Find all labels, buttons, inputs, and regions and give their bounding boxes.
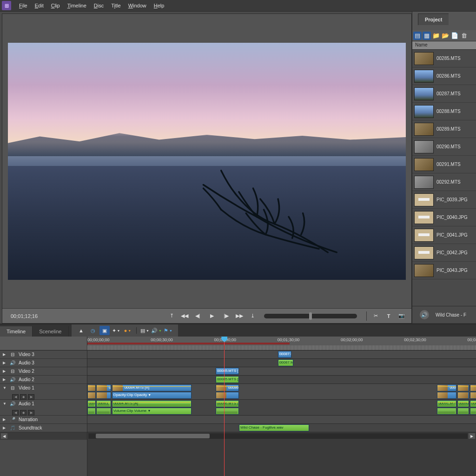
clip[interactable]: 000 (87, 384, 96, 391)
timecode-display[interactable]: 00;01;12;16 (7, 312, 41, 320)
step-forward-button[interactable]: |▶ (221, 311, 231, 321)
clip[interactable]: 00084.MTS [A] (112, 400, 192, 407)
menu-help[interactable]: Help (151, 1, 168, 10)
list-view-button[interactable]: ▤ (413, 32, 422, 40)
track-lane-audio1[interactable]: 00000083.00084.MTS [A]Volume:Clip Volume… (87, 400, 476, 416)
clip[interactable]: 00083. (96, 384, 111, 391)
track-display-tool[interactable]: ▤▼ (140, 326, 150, 335)
track-header-video1[interactable]: ▼⊟Video 1 ◀◆▶ (0, 384, 87, 400)
clip[interactable]: 00084.MTS [V] (112, 384, 192, 391)
track-lane-video2[interactable]: 00085.MTS [V (87, 367, 476, 376)
menu-file[interactable]: File (16, 1, 31, 10)
track-header-soundtrack[interactable]: ▶🎵Soundtrack (0, 424, 87, 432)
asset-row[interactable]: 00291.MTS (412, 156, 476, 173)
timeline-scrollbar[interactable]: ▶ (87, 432, 476, 440)
next-keyframe-button[interactable]: ▶ (28, 394, 34, 400)
fast-forward-button[interactable]: ▶▶ (234, 311, 245, 321)
selection-tool[interactable]: ▲ (76, 326, 86, 335)
grid-view-button[interactable]: ▦ (423, 32, 431, 40)
clip[interactable]: 00093.MTS [ ne (470, 384, 476, 391)
expand-icon[interactable]: ▶ (3, 361, 7, 365)
in-point-button[interactable]: ⤒ (166, 311, 177, 321)
add-text-button[interactable]: T (383, 311, 394, 321)
track-header-video3[interactable]: ▶⊟Video 3 (0, 350, 87, 359)
clip[interactable]: 00083. (96, 400, 111, 407)
clip[interactable]: 000 (87, 400, 96, 407)
menu-edit[interactable]: Edit (32, 1, 47, 10)
asset-row[interactable]: PIC_0040.JPG (412, 209, 476, 226)
time-stretch-tool[interactable]: ◷ (88, 326, 98, 335)
asset-row[interactable]: 00285.MTS (412, 50, 476, 67)
clip[interactable]: 00091.MTS [V (437, 384, 456, 391)
marker-tool[interactable]: ●▼ (123, 326, 133, 335)
asset-list[interactable]: 00285.MTS00286.MTS00287.MTS00288.MTS0028… (412, 50, 476, 306)
clip-lower[interactable] (96, 408, 111, 415)
asset-row[interactable]: PIC_0041.JPG (412, 226, 476, 244)
asset-row[interactable]: PIC_0042.JPG (412, 244, 476, 262)
tab-timeline[interactable]: Timeline (0, 326, 33, 337)
clip-property[interactable]: Volume:Clip Volume ▼ (112, 408, 192, 415)
asset-row-audio[interactable]: 🔊 Wild Chase - F (412, 306, 476, 324)
snap-tool[interactable]: ⚑▼ (163, 326, 173, 335)
preview-canvas[interactable] (8, 43, 406, 280)
expand-icon[interactable]: ▶ (3, 369, 7, 373)
clip-lower[interactable] (470, 408, 476, 415)
track-header-audio1[interactable]: ▼🔊Audio 1 ◀◆▶ (0, 400, 87, 416)
clip-property[interactable]: Opacity:Clip Opacity ▼ (112, 392, 192, 399)
add-keyframe-button[interactable]: ◆ (20, 410, 26, 416)
track-lane-soundtrack[interactable]: Wild Chase - Fugitive.wav (87, 424, 476, 432)
clip-lower[interactable] (437, 408, 456, 415)
expand-icon[interactable]: ▶ (3, 377, 7, 382)
delete-button[interactable]: 🗑 (460, 32, 468, 40)
project-tab[interactable]: Project (418, 13, 449, 25)
clip[interactable]: 00091.MTS [A (437, 400, 456, 407)
expand-icon[interactable]: ▶ (3, 426, 7, 430)
clip-lower[interactable] (87, 408, 96, 415)
add-keyframe-button[interactable]: ◆ (20, 394, 26, 400)
asset-row[interactable]: 00290.MTS (412, 138, 476, 156)
asset-row[interactable]: 00286.MTS (412, 67, 476, 85)
play-button[interactable]: ▶ (205, 311, 218, 321)
track-header-audio2[interactable]: ▶🔊Audio 2 (0, 376, 87, 384)
menu-timeline[interactable]: Timeline (64, 1, 90, 10)
menu-disc[interactable]: Disc (91, 1, 107, 10)
track-header-audio3[interactable]: ▶🔊Audio 3 (0, 359, 87, 367)
split-clip-button[interactable]: ✂ (370, 311, 381, 321)
prev-keyframe-button[interactable]: ◀ (12, 394, 19, 400)
jog-shuttle[interactable] (264, 314, 357, 318)
clip[interactable]: 00085.MTS [V (216, 368, 239, 375)
clip[interactable]: 00092. (457, 384, 469, 391)
out-point-button[interactable]: ⤓ (247, 311, 258, 321)
clip[interactable]: 00087.M (278, 359, 293, 366)
audio-display-tool[interactable]: 🔊▼ (152, 326, 162, 335)
properties-tool[interactable]: ▣ (99, 326, 110, 335)
scroll-right-button[interactable]: ▶ (469, 433, 475, 439)
clip-lower[interactable] (216, 392, 239, 399)
track-lane-narration[interactable] (87, 416, 476, 424)
smart-tool[interactable]: ✦▼ (111, 326, 121, 335)
asset-row[interactable]: 00287.MTS (412, 85, 476, 103)
track-content[interactable]: 00;00;00;0000;00;30;0000;01;00;0000;01;3… (87, 337, 476, 476)
clip[interactable]: 00086.MTS [V (216, 384, 239, 391)
collapse-icon[interactable]: ▼ (3, 386, 7, 390)
clip-lower[interactable] (457, 408, 469, 415)
freeze-frame-button[interactable]: 📷 (397, 311, 407, 321)
clip-soundtrack[interactable]: Wild Chase - Fugitive.wav (239, 424, 309, 431)
clip[interactable]: 00086.MTS [A (216, 400, 239, 407)
menu-window[interactable]: Window (125, 1, 150, 10)
playhead[interactable] (224, 337, 225, 476)
asset-row[interactable]: PIC_0039.JPG (412, 191, 476, 209)
expand-icon[interactable]: ▶ (3, 352, 7, 357)
clip-lower[interactable] (216, 408, 239, 415)
scrollbar-thumb[interactable] (96, 434, 210, 438)
name-column-header[interactable]: Name (412, 41, 476, 50)
clip[interactable]: 00085.MTS [A (216, 376, 239, 383)
clip-lower[interactable] (96, 392, 111, 399)
expand-icon[interactable]: ▶ (3, 417, 7, 422)
step-back-button[interactable]: ◀| (192, 311, 203, 321)
rewind-button[interactable]: ◀◀ (179, 311, 190, 321)
new-folder-button[interactable]: 📁 (432, 32, 440, 40)
track-lane-audio2[interactable]: 00085.MTS [A (87, 376, 476, 384)
collapse-icon[interactable]: ▼ (3, 402, 7, 406)
new-item-button[interactable]: 📄 (450, 32, 459, 40)
